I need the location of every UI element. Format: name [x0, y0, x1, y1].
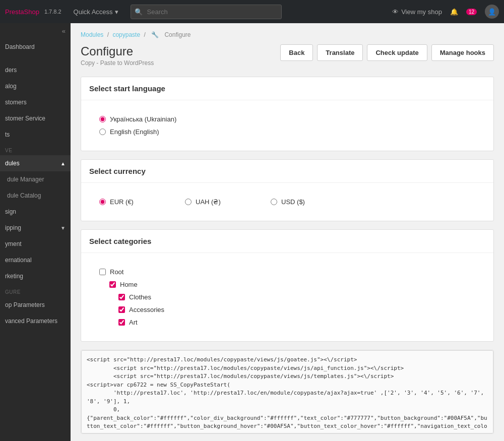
sidebar-item-customer-service[interactable]: stomer Service [0, 110, 71, 127]
sidebar-item-customers[interactable]: stomers [0, 94, 71, 110]
category-checkbox-accessories[interactable] [118, 306, 125, 313]
category-label-home: Home [120, 281, 138, 288]
currency-radio-eur[interactable] [99, 199, 106, 205]
currency-option-eur[interactable]: EUR (€) [99, 198, 160, 206]
sidebar-item-stats[interactable]: ts [0, 127, 71, 143]
code-card-body [81, 350, 493, 433]
sidebar-toggle[interactable]: « [0, 23, 71, 39]
breadcrumb-copypaste[interactable]: copypaste [112, 31, 140, 38]
quick-access-button[interactable]: Quick Access ▾ [70, 6, 122, 18]
sidebar-item-shop-parameters[interactable]: op Parameters [0, 297, 71, 313]
sidebar-item-module-manager[interactable]: dule Manager [0, 171, 71, 187]
category-label-root: Root [110, 268, 123, 276]
breadcrumb-configure: 🔧 [151, 31, 160, 38]
sidebar-item-label: ernational [5, 257, 32, 264]
language-radio-uk[interactable] [99, 116, 106, 122]
updates-button[interactable]: 12 [466, 9, 477, 15]
page-title-group: Configure Copy - Paste to WordPress [81, 44, 154, 67]
check-update-button[interactable]: Check update [367, 44, 427, 61]
sidebar-item-label: dule Manager [7, 176, 44, 183]
category-label-clothes: Clothes [129, 293, 151, 301]
sidebar-item-shipping[interactable]: ipping ▼ [0, 220, 71, 236]
code-textarea[interactable] [82, 351, 493, 431]
category-checkbox-home[interactable] [109, 281, 116, 288]
currency-option-usd[interactable]: USD ($) [271, 198, 331, 206]
categories-card-title: Select categories [81, 230, 493, 253]
code-card [81, 350, 494, 434]
category-accessories[interactable]: Accessories [99, 306, 475, 313]
categories-card-body: Root Home Clothes Accessories Art [81, 253, 493, 341]
sidebar-item-label: alog [5, 83, 17, 90]
code-wrapper [81, 350, 493, 433]
logo-brand: PrestaShop [5, 8, 39, 16]
language-label-en: English (English) [110, 128, 159, 136]
chevron-up-icon: ▲ [60, 161, 66, 166]
sidebar-item-international[interactable]: ernational [0, 252, 71, 268]
sidebar-item-orders[interactable]: ders [0, 62, 71, 78]
sidebar-item-label: sign [5, 208, 16, 215]
currency-option-uah[interactable]: UAH (₴) [185, 198, 245, 206]
sidebar-item-design[interactable]: sign [0, 204, 71, 220]
category-root[interactable]: Root [99, 268, 475, 276]
back-button[interactable]: Back [280, 44, 313, 61]
sidebar-item-label: vanced Parameters [5, 318, 57, 325]
user-icon: 👤 [488, 8, 496, 16]
view-my-shop-button[interactable]: 👁 View my shop [392, 8, 442, 16]
sidebar-item-module-catalog[interactable]: dule Catalog [0, 187, 71, 204]
sidebar-item-label: op Parameters [5, 301, 45, 308]
currency-radio-group: EUR (€) UAH (₴) USD ($) [89, 193, 485, 211]
sidebar-item-payment[interactable]: yment [0, 236, 71, 252]
category-checkbox-clothes[interactable] [118, 294, 125, 300]
language-option-uk[interactable]: Українська (Ukrainian) [99, 115, 475, 123]
breadcrumb-sep1: / [107, 31, 111, 38]
sidebar-item-label: ders [5, 67, 17, 74]
language-radio-en[interactable] [99, 129, 106, 135]
sidebar-item-advanced-parameters[interactable]: vanced Parameters [0, 313, 71, 329]
sidebar-item-label: rketing [5, 273, 23, 280]
sidebar-item-marketing[interactable]: rketing [0, 268, 71, 284]
sidebar-item-label: dules [5, 160, 20, 167]
sidebar: « Dashboard ders alog stomers stomer Ser… [0, 23, 71, 441]
page-header: Configure Copy - Paste to WordPress Back… [81, 44, 494, 67]
language-option-en[interactable]: English (English) [99, 128, 475, 136]
category-checkbox-art[interactable] [118, 319, 125, 326]
categories-checkbox-group: Root Home Clothes Accessories Art [89, 263, 485, 331]
nav-right: 👁 View my shop 🔔 12 👤 [392, 5, 499, 19]
category-home[interactable]: Home [99, 281, 475, 288]
breadcrumb-sep2: / [144, 31, 147, 38]
manage-hooks-button[interactable]: Manage hooks [431, 44, 494, 61]
avatar[interactable]: 👤 [485, 5, 499, 19]
translate-button[interactable]: Translate [317, 44, 363, 61]
currency-radio-usd[interactable] [271, 199, 277, 205]
sidebar-item-label: ipping [5, 224, 21, 231]
sidebar-item-modules[interactable]: dules ▲ [0, 155, 71, 171]
badge-updates: 12 [466, 9, 477, 15]
header-buttons: Back Translate Check update Manage hooks [280, 44, 494, 61]
category-art[interactable]: Art [99, 319, 475, 326]
currency-label-usd: USD ($) [281, 198, 305, 206]
breadcrumb: Modules / copypaste / 🔧 Configure [81, 31, 494, 38]
sidebar-item-label: ts [5, 131, 10, 138]
categories-card: Select categories Root Home Clothes Acce… [81, 229, 494, 342]
sidebar-item-catalog[interactable]: alog [0, 78, 71, 94]
category-label-accessories: Accessories [129, 306, 164, 313]
category-clothes[interactable]: Clothes [99, 293, 475, 301]
language-radio-group: Українська (Ukrainian) English (English) [89, 110, 485, 141]
language-card: Select start language Українська (Ukrain… [81, 77, 494, 151]
search-input[interactable] [131, 5, 282, 19]
breadcrumb-modules[interactable]: Modules [81, 31, 103, 38]
sidebar-item-dashboard[interactable]: Dashboard [0, 39, 71, 55]
category-checkbox-root[interactable] [99, 269, 106, 275]
currency-label-eur: EUR (€) [110, 198, 134, 206]
sidebar-section-improve: VE [0, 143, 71, 155]
sidebar-item-label: Dashboard [5, 43, 35, 50]
sidebar-section-label [0, 55, 71, 62]
top-nav: PrestaShop 1.7.8.2 Quick Access ▾ 🔍 👁 Vi… [0, 0, 504, 23]
currency-radio-uah[interactable] [185, 199, 192, 205]
sidebar-item-label: stomer Service [5, 115, 45, 122]
language-card-body: Українська (Ukrainian) English (English) [81, 100, 493, 151]
notifications-button[interactable]: 🔔 [450, 8, 458, 16]
language-label-uk: Українська (Ukrainian) [110, 115, 176, 123]
category-label-art: Art [129, 319, 138, 326]
logo-version: 1.7.8.2 [44, 9, 61, 15]
